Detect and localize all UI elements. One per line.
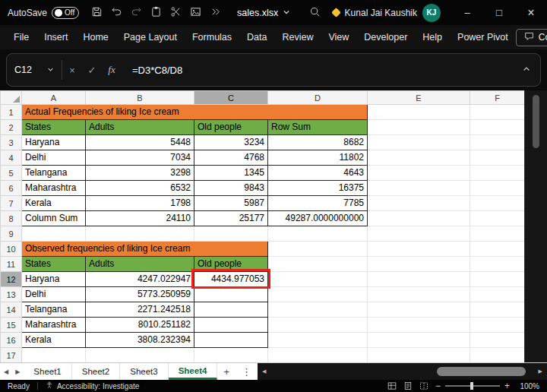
cell-D11[interactable] bbox=[268, 257, 368, 272]
zoom-control[interactable]: − + bbox=[435, 382, 510, 390]
cell-E13[interactable] bbox=[368, 287, 470, 302]
cell-C2[interactable]: Old people bbox=[194, 120, 268, 135]
cell-B12[interactable]: 4247.022947 bbox=[86, 272, 194, 287]
cell-F10[interactable] bbox=[470, 242, 525, 257]
menu-tab-file[interactable]: File bbox=[6, 25, 36, 49]
cell-F14[interactable] bbox=[470, 302, 525, 318]
menu-tab-formulas[interactable]: Formulas bbox=[185, 25, 239, 49]
cell-E17[interactable] bbox=[368, 348, 470, 363]
cancel-entry-button[interactable]: × bbox=[62, 65, 82, 76]
cell-E4[interactable] bbox=[368, 150, 470, 166]
cell-A1[interactable]: Actual Frequencies of liking Ice cream bbox=[22, 105, 368, 120]
normal-view-button[interactable] bbox=[387, 381, 397, 390]
cell-F8[interactable] bbox=[470, 211, 525, 226]
cell-E16[interactable] bbox=[368, 333, 470, 348]
cell-C13[interactable] bbox=[194, 287, 268, 302]
cell-C15[interactable] bbox=[194, 318, 268, 333]
page-layout-view-button[interactable] bbox=[403, 381, 413, 390]
cell-E10[interactable] bbox=[368, 242, 470, 257]
row-header-9[interactable]: 9 bbox=[1, 226, 22, 242]
cell-F1[interactable] bbox=[470, 105, 525, 120]
cell-B5[interactable]: 3298 bbox=[86, 166, 194, 181]
cell-E7[interactable] bbox=[368, 196, 470, 211]
column-header-F[interactable]: F bbox=[470, 91, 525, 105]
cell-F3[interactable] bbox=[470, 135, 525, 150]
cell-A4[interactable]: Delhi bbox=[22, 150, 86, 166]
cell-C11[interactable]: Old people bbox=[194, 257, 268, 272]
row-header-12[interactable]: 12 bbox=[1, 272, 22, 287]
close-button[interactable]: × bbox=[515, 0, 547, 25]
cell-A15[interactable]: Maharashtra bbox=[22, 318, 86, 333]
cell-A13[interactable]: Delhi bbox=[22, 287, 86, 302]
zoom-out-button[interactable]: − bbox=[435, 382, 441, 390]
cell-E14[interactable] bbox=[368, 302, 470, 318]
cell-C3[interactable]: 3234 bbox=[194, 135, 268, 150]
cell-B4[interactable]: 7034 bbox=[86, 150, 194, 166]
cell-B15[interactable]: 8010.251182 bbox=[86, 318, 194, 333]
cut-button[interactable] bbox=[166, 3, 185, 23]
minimize-button[interactable]: – bbox=[451, 0, 483, 25]
cell-F12[interactable] bbox=[470, 272, 525, 287]
cell-B14[interactable]: 2271.242518 bbox=[86, 302, 194, 318]
cell-C6[interactable]: 9843 bbox=[194, 181, 268, 196]
add-sheet-button[interactable]: + bbox=[217, 363, 236, 380]
cell-B9[interactable] bbox=[86, 226, 194, 242]
avatar[interactable]: KJ bbox=[422, 4, 441, 22]
cell-D12[interactable] bbox=[268, 272, 368, 287]
prev-sheet-button[interactable]: ◀ bbox=[4, 368, 8, 375]
autosave-switch[interactable]: Off bbox=[52, 7, 79, 19]
name-box[interactable]: C12 bbox=[7, 65, 62, 75]
row-header-13[interactable]: 13 bbox=[1, 287, 22, 302]
cell-F16[interactable] bbox=[470, 333, 525, 348]
insert-function-button[interactable]: fx bbox=[102, 64, 122, 76]
cell-C17[interactable] bbox=[194, 348, 268, 363]
column-header-C[interactable]: C bbox=[194, 91, 268, 105]
row-header-3[interactable]: 3 bbox=[1, 135, 22, 150]
cell-A10[interactable]: Observed frequencies of liking Ice cream bbox=[22, 242, 268, 257]
cell-A3[interactable]: Haryana bbox=[22, 135, 86, 150]
cell-E12[interactable] bbox=[368, 272, 470, 287]
cell-D9[interactable] bbox=[268, 226, 368, 242]
formula-input[interactable]: =D3*C8/D8 bbox=[132, 65, 182, 76]
cell-E9[interactable] bbox=[368, 226, 470, 242]
enter-entry-button[interactable]: ✓ bbox=[82, 65, 102, 76]
row-header-11[interactable]: 11 bbox=[1, 257, 22, 272]
select-all-corner[interactable] bbox=[1, 91, 22, 105]
cell-D5[interactable]: 4643 bbox=[268, 166, 368, 181]
cell-F9[interactable] bbox=[470, 226, 525, 242]
cell-C9[interactable] bbox=[194, 226, 268, 242]
sheet-tab-sheet2[interactable]: Sheet2 bbox=[72, 363, 120, 380]
column-header-A[interactable]: A bbox=[22, 91, 86, 105]
menu-tab-review[interactable]: Review bbox=[274, 25, 321, 49]
cell-F4[interactable] bbox=[470, 150, 525, 166]
cell-A11[interactable]: States bbox=[22, 257, 86, 272]
sheet-tab-sheet3[interactable]: Sheet3 bbox=[120, 363, 168, 380]
cell-B6[interactable]: 6532 bbox=[86, 181, 194, 196]
cell-C4[interactable]: 4768 bbox=[194, 150, 268, 166]
save-button[interactable] bbox=[87, 3, 106, 23]
cell-B17[interactable] bbox=[86, 348, 194, 363]
vertical-scrollbar[interactable] bbox=[524, 90, 547, 362]
cell-C8[interactable]: 25177 bbox=[194, 211, 268, 226]
row-header-15[interactable]: 15 bbox=[1, 318, 22, 333]
row-header-7[interactable]: 7 bbox=[1, 196, 22, 211]
sheet-tab-sheet1[interactable]: Sheet1 bbox=[24, 363, 71, 380]
cell-D17[interactable] bbox=[268, 348, 368, 363]
copy-button[interactable] bbox=[146, 3, 166, 23]
cell-C14[interactable] bbox=[194, 302, 268, 318]
redo-button[interactable] bbox=[126, 3, 146, 23]
cell-E6[interactable] bbox=[368, 181, 470, 196]
cell-F17[interactable] bbox=[470, 348, 525, 363]
undo-button[interactable] bbox=[106, 3, 126, 23]
toolbar-overflow-button[interactable] bbox=[205, 3, 225, 23]
cell-E15[interactable] bbox=[368, 318, 470, 333]
cell-D3[interactable]: 8682 bbox=[268, 135, 368, 150]
cell-A2[interactable]: States bbox=[22, 120, 86, 135]
row-header-10[interactable]: 10 bbox=[1, 242, 22, 257]
cell-B7[interactable]: 1798 bbox=[86, 196, 194, 211]
menu-tab-page-layout[interactable]: Page Layout bbox=[116, 25, 185, 49]
horizontal-scrollbar[interactable]: ◀ ▶ bbox=[258, 363, 547, 380]
cell-F5[interactable] bbox=[470, 166, 525, 181]
cell-D10[interactable] bbox=[268, 242, 368, 257]
zoom-in-button[interactable]: + bbox=[504, 382, 510, 390]
